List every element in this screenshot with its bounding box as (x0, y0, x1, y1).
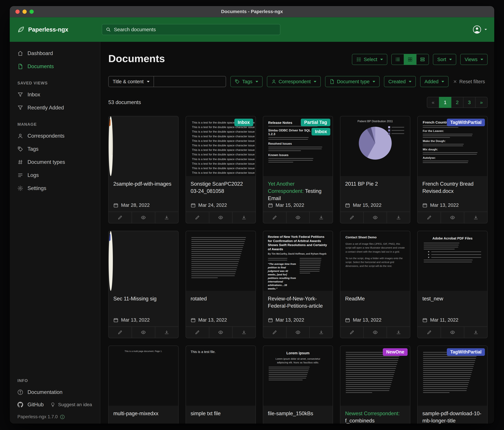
document-title[interactable]: 2sample-pdf-with-images (113, 180, 173, 188)
document-thumbnail[interactable]: This is a test file. (186, 346, 255, 406)
document-card[interactable]: Contact Sheet DemoGiven a set of image f… (340, 231, 410, 338)
tag-badge[interactable]: TagWithPartial (109, 234, 110, 241)
document-thumbnail[interactable]: TagWithPartial (418, 346, 487, 406)
view-document-button[interactable] (132, 327, 155, 338)
document-correspondent-link[interactable]: Yet Another Correspondent: (268, 181, 304, 194)
document-title[interactable]: multi-page-mixedxx (113, 410, 173, 417)
edit-document-button[interactable] (340, 212, 363, 223)
download-document-button[interactable] (232, 212, 255, 223)
sidebar-item-correspondents[interactable]: Correspondents (10, 129, 100, 142)
document-thumbnail[interactable]: TagWithPartialFrench Country BreadFor th… (418, 116, 487, 176)
pagination-prev-button[interactable]: « (427, 97, 439, 108)
document-card[interactable]: TagWithPartialsample-pdf-download-10-mb-… (417, 346, 487, 424)
download-document-button[interactable] (464, 212, 487, 223)
edit-document-button[interactable] (186, 327, 209, 338)
pagination-page-1[interactable]: 1 (439, 97, 451, 108)
download-document-button[interactable] (309, 327, 333, 338)
document-title[interactable]: simple txt file (191, 410, 251, 417)
document-title[interactable]: Sec 11-Missing sig (113, 295, 173, 302)
brand[interactable]: Paperless-ngx (17, 26, 102, 33)
view-document-button[interactable] (363, 212, 387, 223)
tag-badge[interactable]: TagWithPartial (447, 348, 485, 356)
filter-document-type-button[interactable]: Document type (325, 76, 380, 87)
document-card[interactable]: Another Sample Tag2sample-pdf-with-image… (108, 116, 179, 223)
sidebar-item-tags[interactable]: Tags (10, 142, 100, 156)
sidebar-item-logs[interactable]: Logs (10, 169, 100, 182)
edit-document-button[interactable] (263, 212, 286, 223)
tag-badge[interactable]: Another Sample Tag (109, 119, 110, 126)
view-document-button[interactable] (209, 327, 232, 338)
document-thumbnail[interactable]: Adobe Acrobat PDF Files (418, 231, 487, 291)
document-card[interactable]: Adobe Acrobat PDF Filestest_newMar 11, 2… (417, 231, 487, 338)
views-button[interactable]: Views (460, 54, 487, 65)
edit-document-button[interactable] (418, 327, 441, 338)
view-document-button[interactable] (286, 212, 309, 223)
sidebar-item-documentation[interactable]: Documentation (10, 386, 100, 399)
document-card[interactable]: Patient BP Distribution 20112011 BP Pie … (340, 116, 410, 223)
filter-created-button[interactable]: Created (384, 76, 416, 87)
tag-badge[interactable]: TagWithPartial (447, 119, 485, 126)
grid-view-button[interactable] (404, 54, 416, 65)
tag-badge[interactable]: NewOne (383, 348, 408, 356)
tag-badge[interactable]: Partial Tag (301, 119, 330, 126)
search-input[interactable] (114, 27, 276, 33)
sidebar-item-documents[interactable]: Documents (10, 60, 100, 73)
pagination-page-2[interactable]: 2 (451, 97, 463, 108)
document-card[interactable]: rotatedMar 13, 2022 (186, 231, 256, 338)
document-card[interactable]: This is a test file.simple txt file (186, 346, 256, 424)
download-document-button[interactable] (155, 327, 178, 338)
document-title[interactable]: file-sample_150kBs (268, 410, 328, 417)
tag-badge[interactable]: Inbox (312, 128, 330, 135)
download-document-button[interactable] (232, 327, 255, 338)
list-view-button[interactable] (391, 54, 404, 65)
edit-document-button[interactable] (109, 212, 132, 223)
download-document-button[interactable] (387, 212, 410, 223)
view-document-button[interactable] (286, 327, 309, 338)
document-thumbnail[interactable]: Another Sample Tag (109, 116, 113, 176)
zoom-window-button[interactable] (29, 9, 34, 14)
document-title[interactable]: rotated (191, 295, 251, 302)
edit-document-button[interactable] (186, 212, 209, 223)
view-document-button[interactable] (363, 327, 387, 338)
sidebar-item-inbox[interactable]: Inbox (10, 88, 100, 101)
document-title[interactable]: Yet Another Correspondent: Testing Email (268, 180, 328, 202)
detail-view-button[interactable] (416, 54, 429, 65)
document-title[interactable]: Review-of-New-York-Federal-Petitions-art… (268, 295, 328, 310)
sidebar-item-dashboard[interactable]: Dashboard (10, 47, 100, 60)
download-document-button[interactable] (464, 327, 487, 338)
close-window-button[interactable] (15, 9, 20, 14)
document-card[interactable]: Partial TagInboxRelease NotesSimba ODBC … (263, 116, 333, 223)
document-title[interactable]: sample-pdf-download-10-mb-longer-title (422, 410, 483, 424)
document-thumbnail[interactable]: Lorem ipsumLorem ipsum dolor sit amet, c… (263, 346, 333, 406)
document-card[interactable]: InboxThis is a test for the double space… (186, 116, 256, 223)
document-thumbnail[interactable]: NewOne (340, 346, 410, 406)
document-thumbnail[interactable]: InboxThis is a test for the double space… (186, 116, 255, 176)
download-document-button[interactable] (387, 327, 410, 338)
document-title[interactable]: Sonstige ScanPC2022 03-24_081058 (191, 180, 251, 195)
sidebar-item-document-types[interactable]: Document types (10, 156, 100, 169)
sidebar-item-recently-added[interactable]: Recently Added (10, 101, 100, 114)
document-card[interactable]: TagWithPartialFrench Country BreadFor th… (417, 116, 487, 223)
pagination-next-button[interactable]: » (475, 97, 487, 108)
document-thumbnail[interactable]: TagWithPartial1.1 CONTINUING MEDICAL EDU… (109, 231, 113, 291)
filter-added-button[interactable]: Added (420, 76, 449, 87)
document-thumbnail[interactable] (186, 231, 255, 291)
view-document-button[interactable] (209, 212, 232, 223)
document-title[interactable]: test_new (422, 295, 483, 302)
document-thumbnail[interactable]: This is a multi page document. Page 1. (109, 346, 178, 406)
sidebar-item-github[interactable]: GitHub (10, 399, 48, 411)
download-document-button[interactable] (155, 212, 178, 223)
document-thumbnail[interactable]: Contact Sheet DemoGiven a set of image f… (340, 231, 410, 291)
minimize-window-button[interactable] (22, 9, 27, 14)
user-menu[interactable] (472, 25, 487, 34)
download-document-button[interactable] (309, 212, 333, 223)
view-document-button[interactable] (441, 212, 464, 223)
filter-correspondent-button[interactable]: Correspondent (267, 76, 321, 87)
document-title[interactable]: Newest Correspondent: f_combineds (345, 410, 405, 424)
reset-filters-button[interactable]: Reset filters (453, 79, 485, 84)
document-correspondent-link[interactable]: Newest Correspondent: (345, 411, 400, 416)
sort-button[interactable]: Sort (433, 54, 456, 65)
select-button[interactable]: Select (352, 54, 387, 65)
document-title[interactable]: French Country Bread Revised.docx (422, 180, 483, 195)
pagination-page-3[interactable]: 3 (463, 97, 476, 108)
